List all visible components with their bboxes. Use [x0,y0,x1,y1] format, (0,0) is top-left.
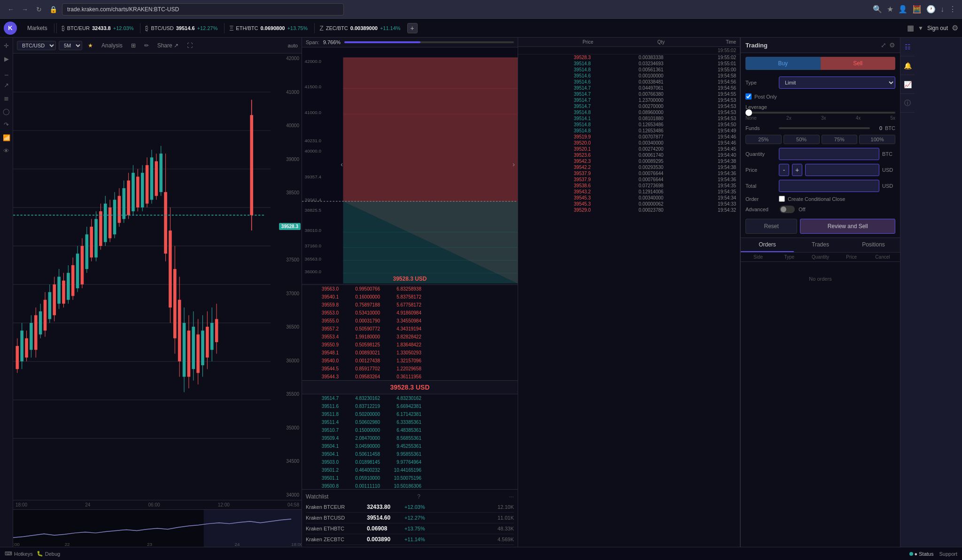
ask-row[interactable]: 39544.3 0.09583264 0.36111956 [302,373,518,380]
watchlist-item-btceur[interactable]: Kraken BTCEUR 32433.80 +12.03% 12.10K [306,502,514,513]
trade-row[interactable]: 39520.0 0.00340000 19:54:46 [518,140,740,146]
refresh-button[interactable]: ↻ [34,4,44,15]
ask-row[interactable]: 39553.4 1.99180000 3.82828422 [302,333,518,341]
trading-panel-icon[interactable]: ☷ [900,38,915,56]
add-tab-button[interactable]: + [407,23,418,33]
diagonal-line-tool[interactable]: ↗ [1,80,12,90]
trade-row[interactable]: 39514.7 0.00766380 19:54:55 [518,91,740,97]
bid-row[interactable]: 39504.1 3.04590000 9.45255361 [302,442,518,450]
advanced-toggle[interactable] [780,206,795,213]
ask-row[interactable]: 39559.8 0.75897188 5.67758172 [302,301,518,309]
bid-row[interactable]: 39500.8 0.00111110 10.50186306 [302,482,518,490]
watchlist-item-ethbtc[interactable]: Kraken ETHBTC 0.06908 +13.75% 48.33K [306,523,514,534]
ask-row[interactable]: 39548.1 0.00893021 1.33050293 [302,349,518,357]
bid-row[interactable]: 39514.7 4.83230162 4.83230162 [302,394,518,402]
layout-down-icon[interactable]: ▼ [918,25,923,31]
download-icon[interactable]: ↓ [940,5,944,14]
sign-out-button[interactable]: Sign out [927,25,948,31]
debug-button[interactable]: 🐛 Debug [37,551,60,557]
search-icon[interactable]: 🔍 [873,5,882,14]
trade-row[interactable]: 39514.8 0.12653486 19:54:50 [518,122,740,128]
bid-row[interactable]: 39511.8 0.50200000 6.17142381 [302,410,518,418]
fullscreen-button[interactable]: ⛶ [184,41,195,50]
price-decrease-button[interactable]: - [779,164,789,176]
ticker-zec[interactable]: Z ZEC/BTC 0.00389000 +11.14% [314,23,405,33]
tab-positions[interactable]: Positions [847,238,900,252]
trade-row[interactable]: 39543.2 0.12914006 19:54:35 [518,189,740,195]
buy-button[interactable]: Buy [745,57,821,70]
bid-row[interactable]: 39503.0 0.01898145 9.97764964 [302,458,518,466]
favorite-button[interactable]: ★ [85,41,96,50]
support-button[interactable]: Support [939,551,957,557]
trade-row[interactable]: 39514.6 0.00100000 19:54:58 [518,73,740,79]
ticker-btcusd[interactable]: ₿ BTC/USD 39514.6 +12.27% [140,23,222,33]
share-button[interactable]: Share ↗ [155,41,181,50]
trade-row[interactable]: 39520.1 0.00274200 19:54:45 [518,146,740,152]
bid-row[interactable]: 39511.4 0.50602980 6.33385361 [302,418,518,426]
kraken-logo[interactable]: K [4,22,17,35]
pct-50-button[interactable]: 50% [784,135,820,144]
watchlist-item-zecbtc[interactable]: Kraken ZECBTC 0.003890 +11.14% 4.569K [306,534,514,545]
review-sell-button[interactable]: Review and Sell [800,219,895,234]
reset-button[interactable]: Reset [745,219,797,234]
ask-row[interactable]: 39550.9 0.50598125 1.83648422 [302,341,518,349]
trade-row[interactable]: 39528.3 0.00383338 19:55:02 [518,54,740,61]
line-tool[interactable]: ⎯ [1,67,12,77]
trade-row[interactable]: 39514.8 0.00561361 19:55:00 [518,67,740,73]
trade-row[interactable]: 39514.7 1.23700000 19:54:53 [518,97,740,103]
profile-icon[interactable]: 👤 [898,5,908,14]
watchlist-help-icon[interactable]: ? [417,493,420,500]
trade-row[interactable]: 39542.3 0.00089295 19:54:38 [518,158,740,164]
orderbook-scroll[interactable]: 39563.0 0.99500766 6.83258938 39540.1 0.… [302,285,518,547]
trade-row[interactable]: 39542.2 0.00293530 19:54:38 [518,164,740,170]
trade-row[interactable]: 39514.8 0.03234693 19:55:01 [518,61,740,67]
post-only-label[interactable]: Post Only [754,94,777,100]
sell-button[interactable]: Sell [821,57,896,70]
circle-tool[interactable]: ◯ [1,106,12,116]
chart-panel-icon[interactable]: 📈 [900,75,915,94]
trade-row[interactable]: 39519.9 0.00707877 19:54:46 [518,134,740,140]
ask-row[interactable]: 39553.0 0.53410000 4.91860984 [302,309,518,317]
watchlist-item-btcusd[interactable]: Kraken BTCUSD 39514.60 +12.27% 11.01K [306,513,514,523]
back-button[interactable]: ← [6,4,16,15]
ticker-btc[interactable]: ₿ BTC/EUR 32433.8 +12.03% [56,23,139,33]
history-icon[interactable]: 🕐 [926,5,936,14]
pct-25-button[interactable]: 25% [745,135,782,144]
bid-row[interactable]: 39511.6 0.83712219 5.66942381 [302,402,518,410]
leverage-slider[interactable] [745,112,895,114]
menu-icon[interactable]: ⋮ [949,5,956,14]
trade-row[interactable]: 39537.9 0.00076644 19:54:36 [518,176,740,183]
ask-row[interactable]: 39557.2 0.50590772 4.34319194 [302,325,518,333]
bid-row[interactable]: 39501.2 0.46400232 10.44165196 [302,466,518,474]
funds-slider[interactable] [779,127,870,129]
ask-row[interactable]: 39563.0 0.99500766 6.83258938 [302,285,518,293]
ask-row[interactable]: 39544.5 0.85917702 1.22029658 [302,365,518,373]
nav-markets[interactable]: Markets [23,23,52,33]
forward-button[interactable]: → [20,4,30,15]
measure-tool[interactable]: ↷ [1,119,12,130]
chart-main[interactable]: 39528.3 42000 41000 40000 39000 38500 38… [13,54,302,500]
address-bar[interactable]: trade.kraken.com/charts/KRAKEN:BTC-USD [62,3,344,15]
analysis-button[interactable]: Analysis [99,41,125,50]
bookmark-icon[interactable]: ★ [887,5,893,14]
trade-row[interactable]: 39514.8 0.12653486 19:54:49 [518,128,740,134]
span-slider[interactable] [344,41,514,43]
trade-row[interactable]: 39538.6 0.07273698 19:54:35 [518,183,740,189]
extensions-icon[interactable]: 🧮 [912,5,922,14]
trade-row[interactable]: 39537.9 0.00076644 19:54:36 [518,170,740,176]
timeframe-selector[interactable]: 5M [59,41,82,50]
price-increase-button[interactable]: + [792,164,802,176]
post-only-checkbox[interactable] [745,93,752,100]
trade-row[interactable]: 39514.7 0.04497061 19:54:56 [518,85,740,91]
bid-row[interactable]: 39501.1 0.05910000 10.50075196 [302,474,518,482]
layout-icon[interactable]: ▦ [907,23,914,32]
trades-scroll[interactable]: 19:55:02 39528.3 0.00383338 19:55:02 395… [518,47,740,547]
pct-75-button[interactable]: 75% [822,135,858,144]
trade-row[interactable]: 39514.6 0.00338481 19:54:56 [518,79,740,85]
depth-chart-body[interactable]: 42000.0 41500.0 41000.0 40231.0 40000.0 … [302,47,518,284]
bid-row[interactable]: 39504.1 0.50611458 9.95855361 [302,450,518,458]
hotkeys-button[interactable]: ⌨ Hotkeys [5,551,33,557]
ticker-eth[interactable]: Ξ ETH/BTC 0.0690800 +13.75% [224,23,312,33]
arrow-tool[interactable]: ▶ [1,54,12,64]
trade-row[interactable]: 39514.8 0.08960000 19:54:53 [518,109,740,115]
